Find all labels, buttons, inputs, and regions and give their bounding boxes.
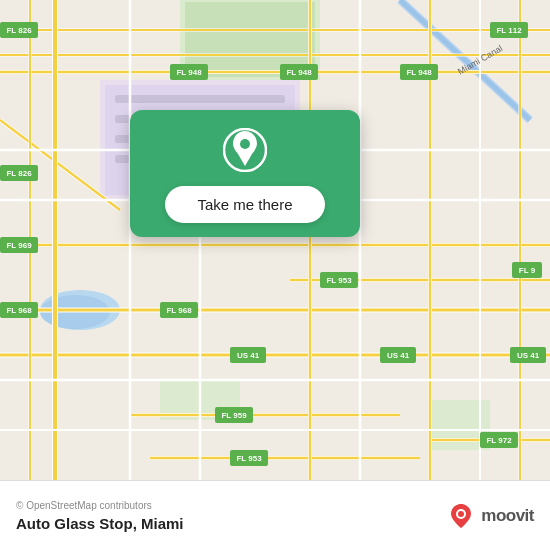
- svg-text:FL 826: FL 826: [6, 26, 32, 35]
- moovit-logo: moovit: [447, 502, 534, 530]
- svg-text:FL 972: FL 972: [486, 436, 512, 445]
- moovit-brand-name: moovit: [481, 506, 534, 526]
- svg-point-94: [458, 511, 464, 517]
- svg-text:US 41: US 41: [237, 351, 260, 360]
- svg-text:FL 948: FL 948: [176, 68, 202, 77]
- location-pin-icon: [223, 128, 267, 172]
- svg-text:US 41: US 41: [387, 351, 410, 360]
- map-background: FL 826 FL 826 FL 948 FL 948 FL 948 FL 11…: [0, 0, 550, 480]
- svg-text:FL 826: FL 826: [6, 169, 32, 178]
- svg-text:FL 948: FL 948: [286, 68, 312, 77]
- svg-text:FL 948: FL 948: [406, 68, 432, 77]
- location-card: Take me there: [130, 110, 360, 237]
- svg-point-92: [240, 139, 250, 149]
- take-me-there-button[interactable]: Take me there: [165, 186, 324, 223]
- bottom-bar: © OpenStreetMap contributors Auto Glass …: [0, 480, 550, 550]
- moovit-pin-icon: [447, 502, 475, 530]
- svg-text:FL 969: FL 969: [6, 241, 32, 250]
- svg-text:FL 953: FL 953: [326, 276, 352, 285]
- svg-text:FL 9: FL 9: [519, 266, 536, 275]
- map-container: FL 826 FL 826 FL 948 FL 948 FL 948 FL 11…: [0, 0, 550, 480]
- svg-text:FL 959: FL 959: [221, 411, 247, 420]
- svg-rect-5: [115, 95, 285, 103]
- svg-text:FL 112: FL 112: [496, 26, 522, 35]
- svg-text:US 41: US 41: [517, 351, 540, 360]
- map-attribution: © OpenStreetMap contributors: [16, 500, 184, 511]
- location-name: Auto Glass Stop, Miami: [16, 515, 184, 532]
- svg-text:FL 968: FL 968: [6, 306, 32, 315]
- svg-text:FL 968: FL 968: [166, 306, 192, 315]
- svg-text:FL 953: FL 953: [236, 454, 262, 463]
- location-info: © OpenStreetMap contributors Auto Glass …: [16, 500, 184, 532]
